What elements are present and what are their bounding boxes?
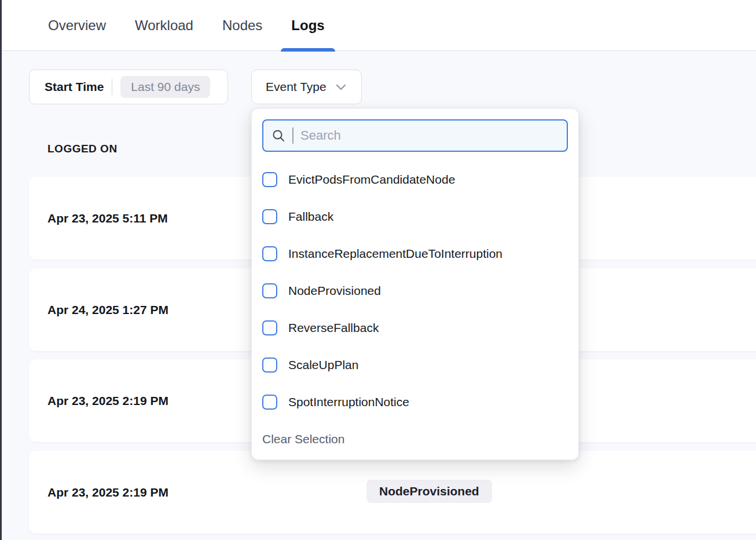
tab-nodes[interactable]: Nodes — [222, 0, 262, 51]
event-type-dropdown: EvictPodsFromCandidateNode Fallback Inst… — [251, 108, 579, 460]
option-label: ScaleUpPlan — [288, 358, 358, 372]
dropdown-option-fallback[interactable]: Fallback — [262, 198, 568, 235]
logged-on-value: Apr 23, 2025 5:11 PM — [47, 211, 168, 225]
tab-overview[interactable]: Overview — [48, 0, 106, 51]
event-type-label: Event Type — [266, 80, 326, 94]
filter-divider — [112, 79, 112, 95]
logged-on-value: Apr 23, 2025 2:19 PM — [47, 486, 168, 499]
dropdown-option-nodeprovisioned[interactable]: NodeProvisioned — [262, 272, 568, 309]
table-row[interactable]: Apr 23, 2025 2:19 PM NodeProvisioned — [29, 451, 756, 534]
option-label: ReverseFallback — [288, 321, 379, 335]
window-edge — [0, 0, 2, 540]
checkbox[interactable] — [262, 246, 277, 261]
event-type-options: EvictPodsFromCandidateNode Fallback Inst… — [262, 161, 568, 421]
dropdown-option-evictpodsfromcandidatenode[interactable]: EvictPodsFromCandidateNode — [262, 161, 568, 198]
dropdown-option-spotinterruptionnotice[interactable]: SpotInterruptionNotice — [262, 384, 568, 421]
event-type-badge: NodeProvisioned — [366, 480, 492, 503]
dropdown-option-instancereplacementduetointerruption[interactable]: InstanceReplacementDueToInterruption — [262, 235, 568, 272]
tab-bar: Overview Workload Nodes Logs — [2, 0, 756, 51]
chevron-down-icon — [336, 84, 346, 90]
option-label: NodeProvisioned — [288, 284, 381, 298]
checkbox[interactable] — [262, 320, 277, 335]
tab-logs[interactable]: Logs — [291, 0, 324, 51]
start-time-label: Start Time — [45, 80, 104, 94]
event-type-filter-button[interactable]: Event Type — [251, 70, 362, 104]
text-cursor — [292, 127, 293, 144]
search-icon — [271, 129, 285, 143]
option-label: Fallback — [288, 210, 333, 224]
logged-on-value: Apr 23, 2025 2:19 PM — [47, 394, 168, 408]
option-label: SpotInterruptionNotice — [288, 395, 409, 409]
start-time-value-pill[interactable]: Last 90 days — [120, 76, 210, 98]
logged-on-value: Apr 24, 2025 1:27 PM — [47, 303, 168, 317]
dropdown-option-scaleupplan[interactable]: ScaleUpPlan — [262, 346, 568, 384]
column-header-logged-on: LOGGED ON — [47, 143, 118, 155]
checkbox[interactable] — [262, 395, 277, 410]
clear-selection-button[interactable]: Clear Selection — [262, 432, 344, 446]
checkbox[interactable] — [262, 209, 277, 224]
checkbox[interactable] — [262, 357, 277, 373]
checkbox[interactable] — [262, 172, 277, 187]
checkbox[interactable] — [262, 283, 277, 298]
dropdown-search-box[interactable] — [262, 119, 568, 152]
option-label: EvictPodsFromCandidateNode — [288, 173, 455, 187]
start-time-filter[interactable]: Start Time Last 90 days — [29, 70, 228, 104]
search-input[interactable] — [300, 128, 559, 143]
option-label: InstanceReplacementDueToInterruption — [288, 247, 502, 261]
dropdown-option-reversefallback[interactable]: ReverseFallback — [262, 309, 568, 346]
tab-workload[interactable]: Workload — [135, 0, 193, 51]
